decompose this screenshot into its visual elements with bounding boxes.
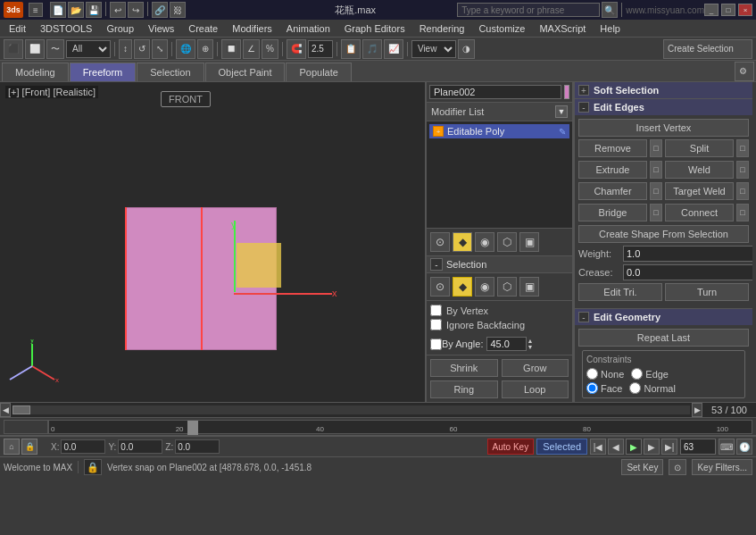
title-menu-btn[interactable]: ≡ <box>29 3 43 17</box>
next-frame-btn[interactable]: ▶| <box>661 439 677 455</box>
menu-maxscript[interactable]: MAXScript <box>532 21 593 36</box>
angle-spin-up[interactable]: ▲ <box>527 338 537 344</box>
target-weld-settings-btn[interactable]: □ <box>736 182 749 200</box>
crease-input[interactable]: 0.0 <box>623 264 752 280</box>
split-settings-btn[interactable]: □ <box>736 139 749 157</box>
menu-help[interactable]: Help <box>593 21 627 36</box>
vp-icon-2[interactable]: ◉ <box>475 232 494 252</box>
modifier-dropdown-btn[interactable]: ▼ <box>555 105 568 118</box>
sel-mode-element[interactable]: ▣ <box>519 277 539 297</box>
prev-frame-btn[interactable]: |◀ <box>590 439 606 455</box>
extrude-settings-btn[interactable]: □ <box>650 161 662 179</box>
modifier-editable-poly[interactable]: + Editable Poly ✎ <box>429 124 569 138</box>
close-btn[interactable]: × <box>738 4 752 16</box>
sel-mode-poly[interactable]: ⬡ <box>497 277 517 297</box>
insert-vertex-btn[interactable]: Insert Vertex <box>578 119 749 137</box>
play-btn[interactable]: ▶ <box>626 439 642 455</box>
edit-tri-btn[interactable]: Edit Tri. <box>578 283 662 301</box>
weld-btn[interactable]: Weld <box>665 161 734 179</box>
create-selection-btn[interactable]: Create Selection <box>663 39 752 59</box>
menu-rendering[interactable]: Rendering <box>412 21 472 36</box>
search-input[interactable] <box>457 3 600 17</box>
object-color-swatch[interactable] <box>564 85 569 99</box>
home-btn[interactable]: ⌂ <box>4 439 20 455</box>
tab-settings-btn[interactable]: ⚙ <box>735 62 754 81</box>
menu-views[interactable]: Views <box>141 21 181 36</box>
by-vertex-checkbox[interactable] <box>430 305 442 316</box>
timeline-prev[interactable]: ◀ <box>0 403 11 417</box>
timeline-next[interactable]: ▶ <box>692 403 702 417</box>
repeat-last-btn[interactable]: Repeat Last <box>578 329 749 347</box>
vp-icon-1[interactable]: ◆ <box>453 232 472 252</box>
viewport-btn2[interactable]: ◑ <box>458 39 475 59</box>
edit-edges-collapse[interactable]: - <box>578 102 589 113</box>
tab-freeform[interactable]: Freeform <box>70 63 137 81</box>
constraint-none[interactable]: None <box>586 368 624 380</box>
timeline-thumb[interactable] <box>12 405 30 414</box>
chamfer-settings-btn[interactable]: □ <box>650 182 662 200</box>
time-config-btn[interactable]: 🕐 <box>736 439 752 455</box>
auto-key-btn[interactable]: Auto Key <box>487 439 535 455</box>
pivot-btn[interactable]: ⊕ <box>197 39 213 59</box>
sel-mode-border[interactable]: ◉ <box>475 277 494 297</box>
y-input[interactable]: 0.0 <box>118 439 162 454</box>
by-angle-checkbox[interactable] <box>430 339 442 350</box>
layer-btn[interactable]: 📋 <box>341 39 361 59</box>
constraint-edge[interactable]: Edge <box>631 368 669 380</box>
remove-btn[interactable]: Remove <box>578 139 647 157</box>
tab-populate[interactable]: Populate <box>286 63 351 81</box>
save-btn[interactable]: 💾 <box>86 2 102 18</box>
constraint-face[interactable]: Face <box>586 382 622 394</box>
bridge-settings-btn[interactable]: □ <box>650 204 662 222</box>
edit-geometry-collapse[interactable]: - <box>578 312 589 322</box>
rotate-btn[interactable]: ↺ <box>134 39 150 59</box>
split-btn[interactable]: Split <box>665 139 734 157</box>
menu-animation[interactable]: Animation <box>279 21 337 36</box>
tab-modeling[interactable]: Modeling <box>2 63 69 81</box>
angle-snap-btn[interactable]: ∠ <box>243 39 260 59</box>
link-btn[interactable]: 🔗 <box>152 2 168 18</box>
chamfer-btn[interactable]: Chamfer <box>578 182 647 200</box>
viewport[interactable]: [+] [Front] [Realistic] FRONT y x y x <box>0 82 427 402</box>
track-btn[interactable]: 🎵 <box>362 39 382 59</box>
magnet-btn[interactable]: 🧲 <box>287 39 306 59</box>
constraint-face-radio[interactable] <box>586 382 598 394</box>
constraint-normal-radio[interactable] <box>629 382 641 394</box>
viewport-dropdown[interactable]: View <box>411 40 456 58</box>
menu-modifiers[interactable]: Modifiers <box>225 21 279 36</box>
bridge-btn[interactable]: Bridge <box>578 204 647 222</box>
loop-btn[interactable]: Loop <box>502 380 569 398</box>
vp-icon-3[interactable]: ⬡ <box>497 232 517 252</box>
weight-input[interactable]: 1.0 <box>623 246 752 262</box>
tab-selection[interactable]: Selection <box>137 63 204 81</box>
grow-btn[interactable]: Grow <box>502 359 569 377</box>
constraint-edge-radio[interactable] <box>631 368 643 380</box>
connect-btn[interactable]: Connect <box>665 204 734 222</box>
select-region-btn[interactable]: ⬜ <box>25 39 45 59</box>
lock-btn[interactable]: 🔒 <box>21 439 37 455</box>
frame-thumb[interactable] <box>187 421 198 435</box>
ref-coord-btn[interactable]: 🌐 <box>176 39 195 59</box>
move-btn[interactable]: ↕ <box>119 39 132 59</box>
vp-icon-4[interactable]: ▣ <box>519 232 539 252</box>
menu-graph-editors[interactable]: Graph Editors <box>337 21 412 36</box>
turn-btn[interactable]: Turn <box>665 283 749 301</box>
edit-edges-header[interactable]: - Edit Edges <box>575 99 752 115</box>
sel-mode-vertex[interactable]: ⊙ <box>430 277 450 297</box>
create-shape-btn[interactable]: Create Shape From Selection <box>578 225 749 243</box>
ignore-backfacing-checkbox[interactable] <box>430 319 442 330</box>
z-input[interactable]: 0.0 <box>175 439 220 454</box>
extrude-btn[interactable]: Extrude <box>578 161 647 179</box>
unlink-btn[interactable]: ⛓ <box>170 2 186 18</box>
key-snap-btn[interactable]: ⊙ <box>669 459 686 475</box>
step-fwd-btn[interactable]: ▶ <box>644 439 660 455</box>
weld-settings-btn[interactable]: □ <box>736 161 749 179</box>
shrink-btn[interactable]: Shrink <box>430 359 498 377</box>
angle-spin-dn[interactable]: ▼ <box>527 344 537 350</box>
step-back-btn[interactable]: ◀ <box>608 439 624 455</box>
lock-icon[interactable]: 🔒 <box>84 459 102 475</box>
menu-tools[interactable]: 3DSTOOLS <box>33 21 100 36</box>
frame-number[interactable]: 63 <box>680 439 716 455</box>
remove-settings-btn[interactable]: □ <box>650 139 662 157</box>
connect-settings-btn[interactable]: □ <box>736 204 749 222</box>
